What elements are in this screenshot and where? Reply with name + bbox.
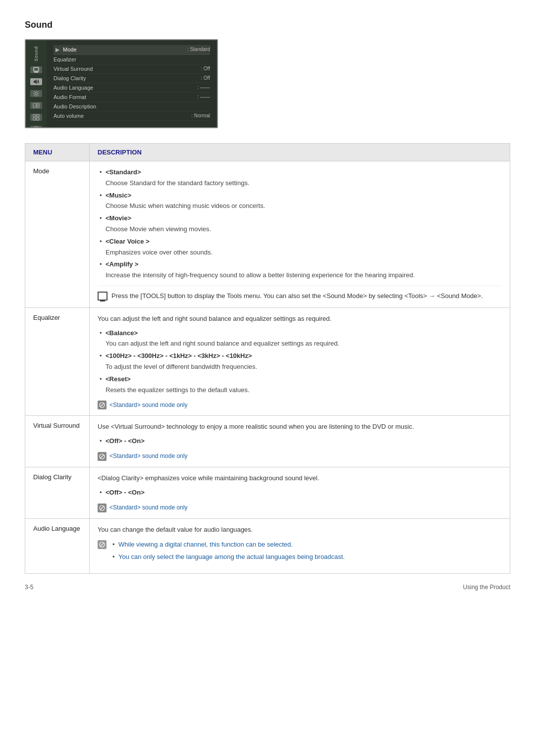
tv-menu-audio-language: Audio Language : —— [54,83,210,93]
virtual-surround-standard-note: <Standard> sound mode only [98,452,502,461]
sidebar-icon-settings [30,90,42,97]
list-item: <Clear Voice > Emphasizes voice over oth… [98,237,502,258]
table-row-mode: Mode <Standard> Choose Standard for the … [25,161,510,308]
standard-note-icon [98,401,107,409]
table-row-equalizer: Equalizer You can adjust the left and ri… [25,307,510,416]
list-item: <Music> Choose Music when watching music… [98,191,502,212]
list-item: While viewing a digital channel, this fu… [110,540,502,550]
audio-language-notes: While viewing a digital channel, this fu… [98,540,502,564]
list-item: <Reset> Resets the equalizer settings to… [98,374,502,396]
menu-label-equalizer: Equalizer [25,307,90,416]
menu-label-dialog-clarity: Dialog Clarity [25,467,90,518]
dc-standard-note-text: <Standard> sound mode only [109,503,187,512]
tv-menu-auto-volume: Auto volume : Normal [54,111,210,121]
dialog-clarity-standard-note: <Standard> sound mode only [98,503,502,512]
standard-note-icon-dc [98,504,107,512]
desc-mode: <Standard> Choose Standard for the stand… [90,161,510,308]
menu-label-mode: Mode [25,161,90,308]
virtual-surround-intro: Use <Virtual Surround> technology to enj… [98,423,414,430]
standard-note-icon-vs [98,452,107,461]
svg-point-12 [34,127,39,128]
svg-rect-10 [33,118,36,120]
sidebar-icon-input [30,102,42,109]
page-title: Sound [25,20,510,30]
sidebar-icon-help: ? [30,126,42,128]
footer-page-number: 3-5 [25,584,33,591]
sidebar-icon-1 [30,66,42,73]
list-item: <Movie> Choose Movie when viewing movies… [98,213,502,235]
menu-label-virtual-surround: Virtual Surround [25,416,90,467]
desc-equalizer: You can adjust the left and right sound … [90,307,510,416]
vs-standard-note-text: <Standard> sound mode only [109,452,187,460]
col-description: DESCRIPTION [90,144,510,161]
footer-section: Using the Product [463,584,510,591]
tv-menu-audio-format: Audio Format : —— [54,93,210,102]
desc-audio-language: You can change the default value for aud… [90,518,510,573]
tv-menu-panel: ▶ Mode : Standard Equalizer Virtual Surr… [47,40,217,127]
page-footer: 3-5 Using the Product [25,584,510,591]
svg-line-19 [101,506,104,509]
sidebar-sound-label: Sound [34,46,39,61]
tv-menu-dialog-clarity: Dialog Clarity : Off [54,74,210,83]
tv-menu-audio-description: Audio Description [54,102,210,111]
audio-language-intro: You can change the default value for aud… [98,526,253,533]
list-item: You can only select the language among t… [110,552,502,562]
desc-dialog-clarity: <Dialog Clarity> emphasizes voice while … [90,467,510,518]
tv-menu-virtual-surround: Virtual Surround : Off [54,64,210,74]
svg-line-17 [101,455,104,458]
list-item: <Off> - <On> [98,436,502,447]
svg-line-15 [101,403,104,406]
list-item: <100Hz> - <300Hz> - <1kHz> - <3kHz> - <1… [98,351,502,372]
equalizer-standard-note: <Standard> sound mode only [98,400,502,409]
tv-sidebar: Sound ? [26,40,47,127]
note-icon-al [98,540,107,549]
table-row-dialog-clarity: Dialog Clarity <Dialog Clarity> emphasiz… [25,467,510,518]
list-item: <Amplify > Increase the intensity of hig… [98,259,502,281]
dialog-clarity-intro: <Dialog Clarity> emphasizes voice while … [98,474,319,482]
tools-note-text: Press the [TOOLS] button to display the … [111,291,483,302]
desc-virtual-surround: Use <Virtual Surround> technology to enj… [90,416,510,467]
list-item: <Standard> Choose Standard for the stand… [98,167,502,189]
svg-point-5 [35,93,38,95]
col-menu: MENU [25,144,90,161]
description-table: MENU DESCRIPTION Mode <Standard> Choose … [25,143,510,574]
svg-text:?: ? [35,128,38,128]
tv-screenshot: Sound ? ▶ Mode : Standard Equalizer [25,39,218,128]
standard-note-text: <Standard> sound mode only [109,401,187,409]
svg-marker-4 [34,79,37,84]
table-row-audio-language: Audio Language You can change the defaul… [25,518,510,573]
equalizer-intro: You can adjust the left and right sound … [98,315,331,322]
svg-rect-0 [34,67,39,71]
tv-menu-mode: ▶ Mode : Standard [54,45,210,55]
sidebar-icon-app [30,114,42,121]
svg-line-21 [101,543,104,546]
list-item: <Off> - <On> [98,488,502,498]
sidebar-icon-sound [30,78,42,85]
menu-label-audio-language: Audio Language [25,518,90,573]
table-row-virtual-surround: Virtual Surround Use <Virtual Surround> … [25,416,510,467]
svg-rect-11 [37,118,39,120]
tools-icon [98,292,107,301]
list-item: <Balance> You can adjust the left and ri… [98,328,502,350]
tools-note: Press the [TOOLS] button to display the … [98,286,502,302]
tv-menu-equalizer: Equalizer [54,55,210,64]
svg-rect-8 [33,114,36,117]
audio-note-1: While viewing a digital channel, this fu… [98,540,502,564]
svg-rect-9 [37,114,39,117]
